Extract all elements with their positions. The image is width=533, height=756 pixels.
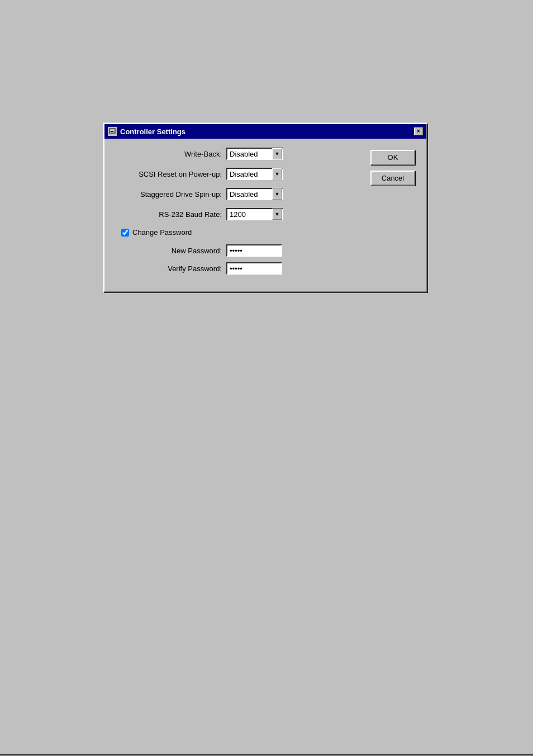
- scsi-reset-label: SCSI Reset on Power-up:: [116, 170, 222, 178]
- change-password-label: Change Password: [132, 228, 192, 237]
- scsi-reset-arrow[interactable]: ▼: [272, 168, 282, 179]
- bottom-bar: [0, 754, 533, 756]
- form-area: Write-Back: Disabled ▼ SCSI Reset on Pow…: [116, 148, 361, 280]
- write-back-arrow[interactable]: ▼: [272, 148, 282, 159]
- baud-rate-label: RS-232 Baud Rate:: [116, 210, 222, 219]
- staggered-spin-arrow[interactable]: ▼: [272, 188, 282, 200]
- dialog-title: Controller Settings: [120, 127, 185, 136]
- ok-button[interactable]: OK: [370, 150, 415, 165]
- baud-rate-row: RS-232 Baud Rate: 1200 ▼: [116, 208, 361, 220]
- change-password-checkbox[interactable]: [121, 229, 129, 237]
- scsi-reset-row: SCSI Reset on Power-up: Disabled ▼: [116, 168, 361, 180]
- new-password-input[interactable]: [226, 244, 282, 257]
- staggered-spin-value: Disabled: [227, 190, 272, 199]
- title-bar-left: Controller Settings: [108, 127, 185, 136]
- new-password-row: New Password:: [116, 244, 361, 257]
- baud-rate-value: 1200: [227, 210, 272, 219]
- staggered-spin-row: Staggered Drive Spin-up: Disabled ▼: [116, 188, 361, 200]
- staggered-spin-dropdown[interactable]: Disabled ▼: [226, 188, 283, 200]
- scsi-reset-value: Disabled: [227, 169, 272, 179]
- write-back-row: Write-Back: Disabled ▼: [116, 148, 361, 160]
- button-area: OK Cancel: [370, 148, 415, 280]
- baud-rate-arrow[interactable]: ▼: [272, 209, 282, 220]
- close-button[interactable]: ×: [414, 127, 423, 135]
- change-password-row: Change Password: [121, 228, 361, 237]
- verify-password-row: Verify Password:: [116, 262, 361, 275]
- scsi-reset-dropdown[interactable]: Disabled ▼: [226, 168, 283, 180]
- dialog-content: Write-Back: Disabled ▼ SCSI Reset on Pow…: [104, 139, 426, 291]
- controller-settings-dialog: Controller Settings × Write-Back: Disabl…: [103, 123, 427, 292]
- svg-rect-2: [111, 131, 112, 132]
- title-bar: Controller Settings ×: [104, 124, 426, 139]
- verify-password-label: Verify Password:: [116, 264, 222, 273]
- dialog-icon: [108, 127, 117, 136]
- new-password-label: New Password:: [116, 247, 222, 255]
- staggered-spin-label: Staggered Drive Spin-up:: [116, 190, 222, 199]
- write-back-dropdown[interactable]: Disabled ▼: [226, 148, 283, 160]
- svg-rect-3: [112, 131, 113, 132]
- baud-rate-dropdown[interactable]: 1200 ▼: [226, 208, 283, 220]
- write-back-label: Write-Back:: [116, 150, 222, 158]
- write-back-value: Disabled: [227, 149, 272, 159]
- cancel-button[interactable]: Cancel: [370, 171, 415, 186]
- verify-password-input[interactable]: [226, 262, 282, 275]
